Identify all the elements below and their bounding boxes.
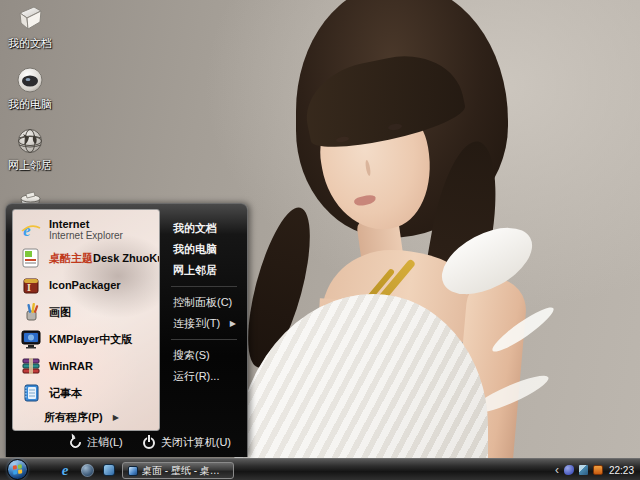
quicklaunch-globe-icon[interactable] — [80, 463, 94, 477]
menu-item-connect-to[interactable]: 连接到(T) ▶ — [171, 313, 239, 334]
program-title: Internet — [49, 218, 123, 230]
svg-text:e: e — [23, 221, 31, 240]
desktop-icon-label: 我的电脑 — [8, 97, 52, 112]
program-title: 画图 — [49, 306, 71, 318]
tray-icon-pen[interactable] — [579, 465, 588, 475]
program-item-winrar[interactable]: WinRAR — [18, 352, 155, 379]
program-item-zhuoku-theme[interactable]: 桌酷主题Desk ZhuoKu.Com — [18, 244, 155, 271]
folder-window-icon — [128, 466, 138, 476]
log-off-button[interactable]: 注销(L) — [70, 435, 122, 450]
taskbar-clock[interactable]: 22:23 — [608, 465, 637, 476]
globe-icon — [14, 125, 46, 157]
start-menu-programs-panel: e Internet Internet Explorer 桌酷主题Desk Zh… — [12, 209, 160, 431]
menu-item-network-places[interactable]: 网上邻居 — [171, 260, 239, 281]
program-item-notepad[interactable]: 记事本 — [18, 379, 155, 406]
internet-explorer-icon: e — [20, 219, 42, 241]
menu-item-run[interactable]: 运行(R)... — [171, 366, 239, 387]
quick-launch-bar: e » — [58, 459, 130, 480]
system-tray: ‹ 22:23 — [555, 459, 637, 480]
menu-separator — [171, 286, 237, 287]
shutdown-button[interactable]: 关闭计算机(U) — [143, 435, 231, 450]
program-item-internet[interactable]: e Internet Internet Explorer — [18, 215, 155, 244]
program-title: WinRAR — [49, 360, 93, 372]
hide-tray-icons-chevron[interactable]: ‹ — [555, 463, 559, 477]
computer-icon — [14, 64, 46, 96]
program-title: IconPackager — [49, 279, 121, 291]
desktop-icon-my-documents[interactable]: 我的文档 — [2, 3, 58, 51]
start-menu-body: e Internet Internet Explorer 桌酷主题Desk Zh… — [6, 204, 247, 431]
desktop-screen: 我的文档 我的电脑 网上邻居 — [0, 0, 640, 480]
program-title: 桌酷主题Desk ZhuoKu.Com — [49, 252, 160, 264]
start-menu-places-panel: 我的文档 我的电脑 网上邻居 控制面板(C) 连接到(T) ▶ 搜索(S) 运行… — [160, 209, 243, 431]
program-title: 记事本 — [49, 387, 82, 399]
log-off-icon — [68, 435, 83, 450]
paint-icon — [20, 301, 42, 323]
program-title: KMPlayer中文版 — [49, 333, 132, 345]
start-button[interactable] — [7, 459, 28, 480]
all-programs-button[interactable]: 所有程序(P) ▶ — [18, 406, 155, 428]
windows-logo-icon — [13, 464, 23, 475]
taskbar: e » 桌面 - 壁纸 - 桌酷壁... ‹ 22:23 — [0, 458, 640, 480]
start-menu-footer: 注销(L) 关闭计算机(U) — [6, 431, 247, 457]
power-icon — [143, 437, 155, 449]
kmplayer-icon — [20, 328, 42, 350]
iconpackager-icon: I — [20, 274, 42, 296]
documents-icon — [14, 3, 46, 35]
desktop-icon-network-places[interactable]: 网上邻居 — [2, 125, 58, 173]
program-item-iconpackager[interactable]: I IconPackager — [18, 271, 155, 298]
submenu-arrow-icon: ▶ — [230, 319, 237, 328]
tray-icon-blue[interactable] — [564, 465, 574, 475]
notepad-icon — [20, 382, 42, 404]
menu-separator — [171, 339, 237, 340]
desktop-icon-label: 网上邻居 — [8, 158, 52, 173]
start-menu: e Internet Internet Explorer 桌酷主题Desk Zh… — [5, 203, 248, 457]
program-item-kmplayer[interactable]: KMPlayer中文版 — [18, 325, 155, 352]
menu-item-control-panel[interactable]: 控制面板(C) — [171, 292, 239, 313]
menu-item-my-documents[interactable]: 我的文档 — [171, 218, 239, 239]
quicklaunch-ie-icon[interactable]: e — [58, 463, 72, 477]
menu-item-my-computer[interactable]: 我的电脑 — [171, 239, 239, 260]
quicklaunch-app-icon[interactable] — [102, 463, 116, 477]
program-subtitle: Internet Explorer — [49, 230, 123, 241]
program-item-paint[interactable]: 画图 — [18, 298, 155, 325]
submenu-arrow-icon: ▶ — [113, 413, 119, 422]
tray-icon-orange[interactable] — [593, 465, 603, 475]
taskbar-window-button[interactable]: 桌面 - 壁纸 - 桌酷壁... — [122, 462, 234, 479]
zhuoku-theme-icon — [20, 247, 42, 269]
menu-item-search[interactable]: 搜索(S) — [171, 345, 239, 366]
desktop-icon-my-computer[interactable]: 我的电脑 — [2, 64, 58, 112]
desktop-icon-label: 我的文档 — [8, 36, 52, 51]
winrar-icon — [20, 355, 42, 377]
svg-text:I: I — [27, 282, 31, 293]
